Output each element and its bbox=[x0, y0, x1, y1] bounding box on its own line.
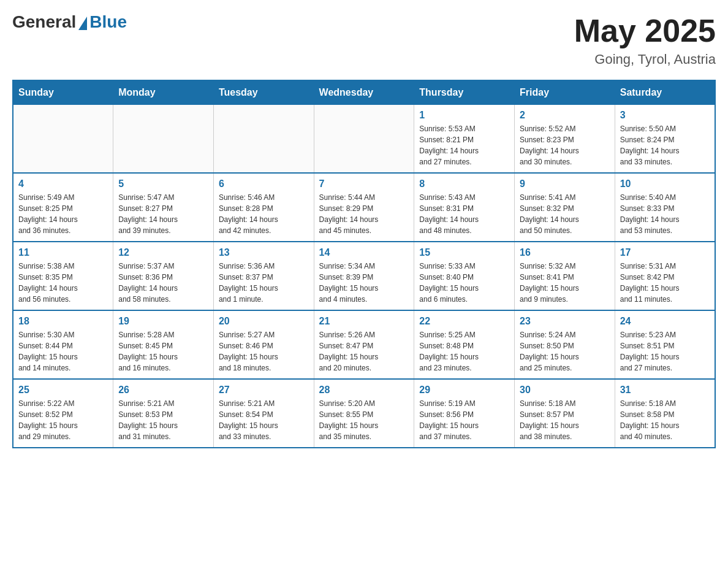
logo-general-text: General bbox=[12, 12, 76, 32]
calendar-cell: 30Sunrise: 5:18 AM Sunset: 8:57 PM Dayli… bbox=[515, 379, 615, 448]
day-number: 4 bbox=[18, 178, 108, 190]
day-number: 16 bbox=[520, 247, 610, 258]
day-info: Sunrise: 5:41 AM Sunset: 8:32 PM Dayligh… bbox=[520, 192, 610, 236]
day-info: Sunrise: 5:31 AM Sunset: 8:42 PM Dayligh… bbox=[620, 261, 710, 305]
day-info: Sunrise: 5:18 AM Sunset: 8:58 PM Dayligh… bbox=[620, 398, 710, 442]
day-number: 5 bbox=[118, 178, 208, 190]
day-number: 9 bbox=[520, 178, 610, 190]
calendar-cell: 6Sunrise: 5:46 AM Sunset: 8:28 PM Daylig… bbox=[213, 173, 314, 242]
day-number: 17 bbox=[620, 247, 710, 258]
day-number: 7 bbox=[319, 178, 409, 190]
logo: General Blue bbox=[12, 12, 127, 32]
day-info: Sunrise: 5:30 AM Sunset: 8:44 PM Dayligh… bbox=[18, 329, 108, 373]
calendar-header-sunday: Sunday bbox=[13, 80, 113, 105]
calendar-cell: 29Sunrise: 5:19 AM Sunset: 8:56 PM Dayli… bbox=[414, 379, 515, 448]
day-info: Sunrise: 5:22 AM Sunset: 8:52 PM Dayligh… bbox=[18, 398, 108, 442]
calendar-cell: 28Sunrise: 5:20 AM Sunset: 8:55 PM Dayli… bbox=[314, 379, 414, 448]
day-info: Sunrise: 5:26 AM Sunset: 8:47 PM Dayligh… bbox=[319, 329, 409, 373]
day-info: Sunrise: 5:46 AM Sunset: 8:28 PM Dayligh… bbox=[219, 192, 309, 236]
day-number: 13 bbox=[219, 247, 309, 258]
calendar-header-row: SundayMondayTuesdayWednesdayThursdayFrid… bbox=[13, 80, 715, 105]
day-info: Sunrise: 5:44 AM Sunset: 8:29 PM Dayligh… bbox=[319, 192, 409, 236]
day-info: Sunrise: 5:32 AM Sunset: 8:41 PM Dayligh… bbox=[520, 261, 610, 305]
logo-triangle-icon bbox=[78, 17, 87, 30]
day-info: Sunrise: 5:47 AM Sunset: 8:27 PM Dayligh… bbox=[118, 192, 208, 236]
calendar-cell: 26Sunrise: 5:21 AM Sunset: 8:53 PM Dayli… bbox=[113, 379, 214, 448]
calendar-cell: 12Sunrise: 5:37 AM Sunset: 8:36 PM Dayli… bbox=[113, 242, 214, 310]
day-number: 23 bbox=[520, 316, 610, 327]
calendar-cell: 21Sunrise: 5:26 AM Sunset: 8:47 PM Dayli… bbox=[314, 310, 414, 379]
calendar-week-row: 25Sunrise: 5:22 AM Sunset: 8:52 PM Dayli… bbox=[13, 379, 715, 448]
calendar-cell: 2Sunrise: 5:52 AM Sunset: 8:23 PM Daylig… bbox=[515, 105, 615, 174]
calendar-cell: 14Sunrise: 5:34 AM Sunset: 8:39 PM Dayli… bbox=[314, 242, 414, 310]
calendar-cell: 15Sunrise: 5:33 AM Sunset: 8:40 PM Dayli… bbox=[414, 242, 515, 310]
day-number: 21 bbox=[319, 316, 409, 327]
day-info: Sunrise: 5:34 AM Sunset: 8:39 PM Dayligh… bbox=[319, 261, 409, 305]
day-number: 31 bbox=[620, 385, 710, 396]
day-info: Sunrise: 5:21 AM Sunset: 8:54 PM Dayligh… bbox=[219, 398, 309, 442]
calendar-cell: 17Sunrise: 5:31 AM Sunset: 8:42 PM Dayli… bbox=[615, 242, 715, 310]
month-title: May 2025 bbox=[574, 12, 716, 49]
day-number: 19 bbox=[118, 316, 208, 327]
title-section: May 2025 Going, Tyrol, Austria bbox=[574, 12, 716, 67]
calendar-cell: 3Sunrise: 5:50 AM Sunset: 8:24 PM Daylig… bbox=[615, 105, 715, 174]
day-info: Sunrise: 5:18 AM Sunset: 8:57 PM Dayligh… bbox=[520, 398, 610, 442]
day-number: 30 bbox=[520, 385, 610, 396]
calendar-cell bbox=[13, 105, 113, 174]
day-number: 18 bbox=[18, 316, 108, 327]
day-info: Sunrise: 5:33 AM Sunset: 8:40 PM Dayligh… bbox=[419, 261, 509, 305]
calendar-cell: 23Sunrise: 5:24 AM Sunset: 8:50 PM Dayli… bbox=[515, 310, 615, 379]
location-subtitle: Going, Tyrol, Austria bbox=[574, 52, 716, 67]
calendar-week-row: 18Sunrise: 5:30 AM Sunset: 8:44 PM Dayli… bbox=[13, 310, 715, 379]
calendar-cell: 18Sunrise: 5:30 AM Sunset: 8:44 PM Dayli… bbox=[13, 310, 113, 379]
logo-blue-text: Blue bbox=[89, 12, 127, 32]
day-number: 27 bbox=[219, 385, 309, 396]
day-info: Sunrise: 5:53 AM Sunset: 8:21 PM Dayligh… bbox=[419, 123, 509, 167]
calendar-table: SundayMondayTuesdayWednesdayThursdayFrid… bbox=[12, 80, 716, 448]
day-number: 1 bbox=[419, 110, 509, 121]
day-info: Sunrise: 5:21 AM Sunset: 8:53 PM Dayligh… bbox=[118, 398, 208, 442]
calendar-header-wednesday: Wednesday bbox=[314, 80, 414, 105]
day-info: Sunrise: 5:23 AM Sunset: 8:51 PM Dayligh… bbox=[620, 329, 710, 373]
day-info: Sunrise: 5:27 AM Sunset: 8:46 PM Dayligh… bbox=[219, 329, 309, 373]
day-number: 11 bbox=[18, 247, 108, 258]
calendar-header-tuesday: Tuesday bbox=[213, 80, 314, 105]
day-info: Sunrise: 5:28 AM Sunset: 8:45 PM Dayligh… bbox=[118, 329, 208, 373]
calendar-cell bbox=[113, 105, 214, 174]
day-number: 25 bbox=[18, 385, 108, 396]
day-number: 26 bbox=[118, 385, 208, 396]
calendar-cell: 25Sunrise: 5:22 AM Sunset: 8:52 PM Dayli… bbox=[13, 379, 113, 448]
calendar-cell: 19Sunrise: 5:28 AM Sunset: 8:45 PM Dayli… bbox=[113, 310, 214, 379]
calendar-cell: 4Sunrise: 5:49 AM Sunset: 8:25 PM Daylig… bbox=[13, 173, 113, 242]
day-info: Sunrise: 5:49 AM Sunset: 8:25 PM Dayligh… bbox=[18, 192, 108, 236]
calendar-cell: 8Sunrise: 5:43 AM Sunset: 8:31 PM Daylig… bbox=[414, 173, 515, 242]
calendar-cell: 31Sunrise: 5:18 AM Sunset: 8:58 PM Dayli… bbox=[615, 379, 715, 448]
day-number: 3 bbox=[620, 110, 710, 121]
calendar-cell bbox=[314, 105, 414, 174]
calendar-cell: 22Sunrise: 5:25 AM Sunset: 8:48 PM Dayli… bbox=[414, 310, 515, 379]
day-info: Sunrise: 5:38 AM Sunset: 8:35 PM Dayligh… bbox=[18, 261, 108, 305]
day-info: Sunrise: 5:37 AM Sunset: 8:36 PM Dayligh… bbox=[118, 261, 208, 305]
calendar-cell: 1Sunrise: 5:53 AM Sunset: 8:21 PM Daylig… bbox=[414, 105, 515, 174]
day-info: Sunrise: 5:52 AM Sunset: 8:23 PM Dayligh… bbox=[520, 123, 610, 167]
calendar-cell: 5Sunrise: 5:47 AM Sunset: 8:27 PM Daylig… bbox=[113, 173, 214, 242]
calendar-cell bbox=[213, 105, 314, 174]
day-info: Sunrise: 5:40 AM Sunset: 8:33 PM Dayligh… bbox=[620, 192, 710, 236]
day-number: 15 bbox=[419, 247, 509, 258]
calendar-header-saturday: Saturday bbox=[615, 80, 715, 105]
calendar-cell: 27Sunrise: 5:21 AM Sunset: 8:54 PM Dayli… bbox=[213, 379, 314, 448]
calendar-week-row: 1Sunrise: 5:53 AM Sunset: 8:21 PM Daylig… bbox=[13, 105, 715, 174]
calendar-cell: 10Sunrise: 5:40 AM Sunset: 8:33 PM Dayli… bbox=[615, 173, 715, 242]
calendar-cell: 9Sunrise: 5:41 AM Sunset: 8:32 PM Daylig… bbox=[515, 173, 615, 242]
day-info: Sunrise: 5:20 AM Sunset: 8:55 PM Dayligh… bbox=[319, 398, 409, 442]
day-info: Sunrise: 5:50 AM Sunset: 8:24 PM Dayligh… bbox=[620, 123, 710, 167]
calendar-cell: 16Sunrise: 5:32 AM Sunset: 8:41 PM Dayli… bbox=[515, 242, 615, 310]
day-info: Sunrise: 5:24 AM Sunset: 8:50 PM Dayligh… bbox=[520, 329, 610, 373]
day-info: Sunrise: 5:43 AM Sunset: 8:31 PM Dayligh… bbox=[419, 192, 509, 236]
day-number: 6 bbox=[219, 178, 309, 190]
day-number: 8 bbox=[419, 178, 509, 190]
day-number: 24 bbox=[620, 316, 710, 327]
day-info: Sunrise: 5:36 AM Sunset: 8:37 PM Dayligh… bbox=[219, 261, 309, 305]
day-number: 10 bbox=[620, 178, 710, 190]
day-number: 28 bbox=[319, 385, 409, 396]
